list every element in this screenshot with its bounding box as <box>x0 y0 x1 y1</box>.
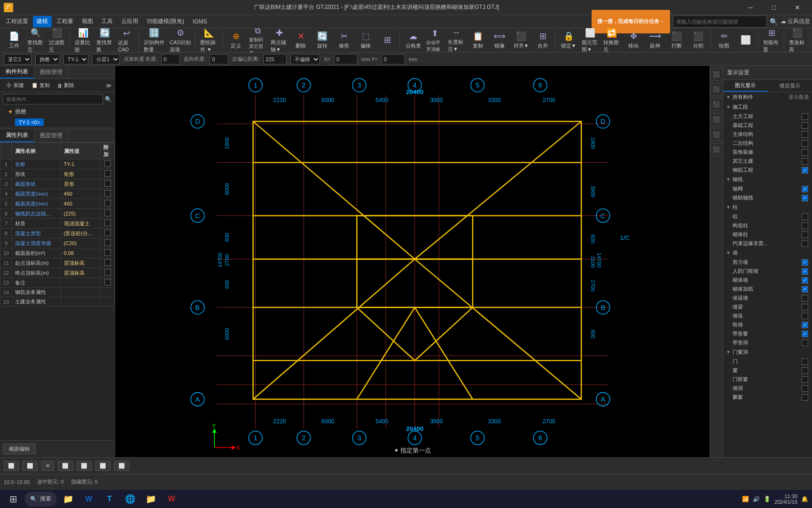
check-column[interactable] <box>802 214 808 220</box>
tab-floor-display[interactable]: 楼层显示 <box>768 80 812 92</box>
prop-value-cell[interactable]: TY-1 <box>61 159 100 169</box>
prop-check-cell[interactable] <box>101 288 115 297</box>
prop-check-cell[interactable] <box>101 278 115 288</box>
check-pier[interactable] <box>802 313 808 319</box>
check-masonry-rebar[interactable] <box>802 286 808 293</box>
component-select[interactable]: 挑檐 <box>35 54 60 64</box>
tb-set-qty[interactable]: 📊设量比较 <box>73 29 94 52</box>
x-input[interactable] <box>334 54 358 64</box>
prop-check-cell[interactable] <box>101 159 115 169</box>
side-icon-6[interactable]: ⬛ <box>710 143 723 156</box>
side-icon-2[interactable]: ⬛ <box>710 83 723 96</box>
prop-value-cell[interactable]: 450 <box>61 189 100 199</box>
tb-two-point-axis[interactable]: ✚两点辅轴▼ <box>269 29 289 52</box>
check-bay-win[interactable] <box>802 394 808 401</box>
start-button[interactable]: ⊞ <box>4 491 23 508</box>
section-header-column[interactable]: ▼柱 <box>723 202 812 212</box>
check-masonry-column[interactable] <box>802 231 808 238</box>
tb-draw[interactable]: ✏绘图 <box>714 29 734 52</box>
prop-value-cell[interactable]: 层顶标高 <box>61 258 100 268</box>
tb-restore-cad[interactable]: ↩还原CAD <box>116 29 137 52</box>
section-header-all[interactable]: ▼所有构件 显示数量 <box>723 92 812 102</box>
tb-move[interactable]: ✥移动 <box>623 29 644 52</box>
menu-quantity[interactable]: 工程量 <box>53 16 77 27</box>
menu-build[interactable]: 建模 <box>33 16 52 27</box>
section-header-wall[interactable]: ▼墙 <box>723 248 812 258</box>
check-strip-hole[interactable] <box>802 340 808 346</box>
prop-value-cell[interactable]: (泵送砼(分... <box>61 229 100 238</box>
copy-component-btn[interactable]: 📋 复制 <box>29 81 53 90</box>
main-search-input[interactable] <box>673 16 767 28</box>
tb-filter-elem[interactable]: ⬛过滤图元 <box>47 29 68 52</box>
tb-merge[interactable]: ⊞合并 <box>532 29 553 52</box>
check-wall-hole[interactable] <box>802 385 808 392</box>
check-civil-def[interactable] <box>802 268 808 275</box>
check-dark-wall[interactable] <box>802 322 808 328</box>
prop-value-cell[interactable]: 层顶标高 <box>61 268 100 278</box>
tb-auto-align[interactable]: ⬆自动平齐顶板 <box>424 29 445 52</box>
check-struct-column[interactable] <box>802 222 808 229</box>
tb-convert[interactable]: 🔁转换图元 <box>601 29 622 52</box>
search-icon[interactable]: 🔍 <box>770 18 778 25</box>
prop-check-cell[interactable] <box>101 179 115 189</box>
check-main[interactable] <box>802 131 808 138</box>
tb-grid[interactable]: ⊞ <box>377 29 398 52</box>
add-length-input[interactable] <box>161 54 180 64</box>
check-seam[interactable] <box>802 304 808 310</box>
check-earthwork[interactable] <box>802 113 808 120</box>
menu-view[interactable]: 视图 <box>78 16 97 27</box>
prop-check-cell[interactable] <box>101 229 115 238</box>
tb-cloud-check[interactable]: ☁云检查 <box>403 29 423 52</box>
tb-new[interactable]: 📄工件 <box>4 29 24 52</box>
prop-value-cell[interactable]: (225) <box>61 209 100 219</box>
tb-rotate[interactable]: 🔄旋转 <box>312 29 333 52</box>
prop-value-cell[interactable]: 现浇混凝土 <box>61 219 100 229</box>
check-strip-win[interactable] <box>802 331 808 337</box>
menu-tools[interactable]: 工具 <box>98 16 117 27</box>
tb-find-elem[interactable]: 🔍查找图元 <box>25 29 46 52</box>
tb-mirror[interactable]: ⟺镜像 <box>489 29 510 52</box>
check-rebar[interactable] <box>802 167 808 174</box>
prop-check-cell[interactable] <box>101 169 115 179</box>
tab-drawing-mgmt[interactable]: 图纸管理 <box>34 66 69 79</box>
check-aux-axis[interactable] <box>802 195 808 201</box>
taskbar-browser[interactable]: 🌐 <box>121 491 140 508</box>
prop-check-cell[interactable] <box>101 258 115 268</box>
prop-value-cell[interactable]: 异形 <box>61 179 100 189</box>
bottom-btn-5[interactable]: ⬜ <box>95 461 110 471</box>
menu-funcbuild[interactable]: 功能建模(限免) <box>143 16 188 27</box>
taskbar-explorer[interactable]: 📁 <box>59 491 78 508</box>
tb-break[interactable]: ⬛打断 <box>666 29 687 52</box>
prop-value-cell[interactable]: 0.08 <box>61 248 100 258</box>
side-icon-5[interactable]: ⬛ <box>710 128 723 141</box>
taskbar-word2[interactable]: W <box>162 491 181 508</box>
prop-check-cell[interactable] <box>101 189 115 199</box>
reverse-length-input[interactable] <box>210 54 228 64</box>
menu-igms[interactable]: IGMS <box>189 16 211 27</box>
tab-element-display[interactable]: 图元显示 <box>723 80 768 92</box>
tb-align[interactable]: ⬛对齐▼ <box>511 29 531 52</box>
prop-check-cell[interactable] <box>101 297 115 307</box>
tab-property-list[interactable]: 属性列表 <box>0 129 34 142</box>
prop-check-cell[interactable] <box>101 199 115 209</box>
check-gridnet[interactable] <box>802 186 808 192</box>
taskbar-app-t[interactable]: T <box>100 491 119 508</box>
delete-component-btn[interactable]: 🗑 删除 <box>55 81 77 90</box>
taskbar-time[interactable]: 11:30 2024/1/15 <box>774 493 797 505</box>
section-header-door-window[interactable]: ▼门窗洞 <box>723 347 812 357</box>
bottom-btn-4[interactable]: ⬜ <box>77 461 92 471</box>
tb-extend[interactable]: ⟶延伸 <box>645 29 665 52</box>
bottom-btn-3[interactable]: ⬜ <box>58 461 73 471</box>
section-header-construction[interactable]: ▼施工段 <box>723 102 812 112</box>
prop-check-cell[interactable] <box>101 248 115 258</box>
prop-check-cell[interactable] <box>101 238 115 248</box>
offset-select[interactable]: 不偏移 <box>290 54 320 64</box>
tb-drawing-ops[interactable]: 📐图纸操作 ▼ <box>198 29 220 52</box>
section-edit-button[interactable]: 截面编辑 <box>3 444 36 454</box>
tb-check-height[interactable]: ⬛查改标高 <box>787 29 808 52</box>
tb-identify-qty[interactable]: 🔢识别构件数量 <box>142 29 167 52</box>
prop-check-cell[interactable] <box>101 268 115 278</box>
menu-project[interactable]: 工程设置 <box>2 16 32 27</box>
taskbar-search[interactable]: 🔍 搜索 <box>24 492 57 507</box>
check-insulation[interactable] <box>802 295 808 302</box>
